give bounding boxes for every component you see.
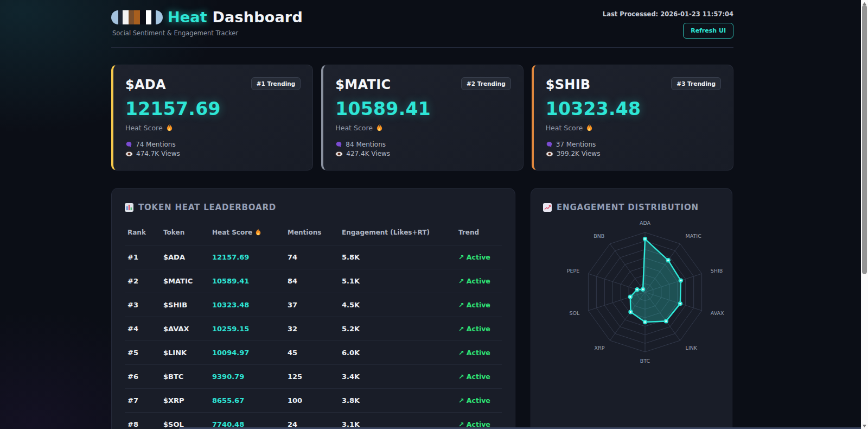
cell-token: $LINK xyxy=(163,349,212,357)
cell-trend: ↗ Active xyxy=(458,253,502,261)
heat-score-value: 10589.41 xyxy=(335,98,510,119)
cell-rank: #1 xyxy=(127,253,163,261)
heat-score-label: Heat Score xyxy=(125,124,163,132)
heat-score-label: Heat Score xyxy=(546,124,583,132)
page-content: Heat Dashboard Social Sentiment & Engage… xyxy=(111,0,733,429)
trending-cards: $ADA #1 Trending 12157.69 Heat Score 74 … xyxy=(111,65,733,171)
header: Heat Dashboard Social Sentiment & Engage… xyxy=(111,9,733,39)
cell-mentions: 100 xyxy=(288,396,342,405)
cell-rank: #3 xyxy=(127,301,163,309)
cell-token: $AVAX xyxy=(163,325,212,333)
vertical-scrollbar[interactable] xyxy=(861,0,868,429)
cell-mentions: 32 xyxy=(288,325,342,333)
header-right: Last Processed: 2026-01-23 11:57:04 Refr… xyxy=(603,9,733,39)
speech-bubble-icon xyxy=(125,141,132,148)
table-row: #4 $AVAX 10259.15 32 5.2K ↗ Active xyxy=(125,317,502,340)
trending-card-shib: $SHIB #3 Trending 10323.48 Heat Score 37… xyxy=(532,65,733,171)
cell-rank: #2 xyxy=(127,277,163,285)
table-row: #5 $LINK 10094.97 45 6.0K ↗ Active xyxy=(125,340,502,364)
views-stat: 427.4K Views xyxy=(346,149,390,159)
mentions-stat: 74 Mentions xyxy=(136,140,176,149)
cell-engagement: 5.1K xyxy=(342,277,458,285)
leaderboard-rows: #1 $ADA 12157.69 74 5.8K ↗ Active #2 $MA… xyxy=(125,245,502,429)
last-processed-timestamp: Last Processed: 2026-01-23 11:57:04 xyxy=(603,10,733,18)
leaderboard-table: Rank Token Heat Score Mentions Engagemen… xyxy=(125,225,502,429)
cell-mentions: 125 xyxy=(288,373,342,381)
page-title-rest: Dashboard xyxy=(212,9,302,26)
speech-bubble-icon xyxy=(335,141,342,148)
cell-token: $XRP xyxy=(163,396,212,405)
table-row: #1 $ADA 12157.69 74 5.8K ↗ Active xyxy=(125,245,502,269)
column-token: Token xyxy=(163,229,212,236)
mentions-stat: 37 Mentions xyxy=(556,140,596,149)
cell-heat-score: 10323.48 xyxy=(212,301,288,309)
cell-trend: ↗ Active xyxy=(458,277,502,285)
column-engagement: Engagement (Likes+RT) xyxy=(342,229,458,236)
cell-rank: #7 xyxy=(127,396,163,405)
trending-rank-badge: #2 Trending xyxy=(461,77,511,90)
table-row: #2 $MATIC 10589.41 84 5.1K ↗ Active xyxy=(125,269,502,293)
table-row: #8 $SOL 7740.48 24 3.1K ↗ Active xyxy=(125,412,502,429)
token-symbol: $ADA xyxy=(125,77,166,92)
column-heat-score: Heat Score xyxy=(212,229,288,236)
radar-axis-label: LINK xyxy=(686,345,698,351)
leaderboard-panel: TOKEN HEAT LEADERBOARD Rank Token Heat S… xyxy=(111,188,515,429)
page-title-accent: Heat xyxy=(168,9,207,26)
column-mentions: Mentions xyxy=(288,229,342,236)
cell-mentions: 45 xyxy=(288,349,342,357)
scrollbar-thumb[interactable] xyxy=(862,5,867,274)
eye-icon xyxy=(546,151,553,157)
cell-mentions: 74 xyxy=(288,253,342,261)
cell-heat-score: 10094.97 xyxy=(212,349,288,357)
trending-rank-badge: #3 Trending xyxy=(671,77,721,90)
radar-data-shape xyxy=(630,239,681,322)
cell-engagement: 4.5K xyxy=(342,301,458,309)
cell-engagement: 6.0K xyxy=(342,349,458,357)
table-row: #3 $SHIB 10323.48 37 4.5K ↗ Active xyxy=(125,293,502,317)
cell-mentions: 37 xyxy=(288,301,342,309)
cell-engagement: 5.8K xyxy=(342,253,458,261)
radar-axis-label: AVAX xyxy=(711,310,724,316)
cell-rank: #5 xyxy=(127,349,163,357)
cell-heat-score: 10589.41 xyxy=(212,277,288,285)
trending-rank-badge: #1 Trending xyxy=(251,77,301,90)
page-title: Heat Dashboard xyxy=(168,9,303,26)
cell-rank: #4 xyxy=(127,325,163,333)
cell-trend: ↗ Active xyxy=(458,325,502,333)
trending-card-ada: $ADA #1 Trending 12157.69 Heat Score 74 … xyxy=(111,65,313,171)
radar-axis-label: SHIB xyxy=(711,268,723,274)
refresh-ui-button[interactable]: Refresh UI xyxy=(683,23,733,39)
page-subtitle: Social Sentiment & Engagement Tracker xyxy=(112,29,303,37)
radar-axis-label: BNB xyxy=(593,233,604,239)
scrollbar-down-arrow-icon[interactable] xyxy=(861,422,868,429)
flame-icon xyxy=(166,124,173,132)
flame-icon xyxy=(586,124,593,132)
cell-rank: #6 xyxy=(127,373,163,381)
cell-trend: ↗ Active xyxy=(458,373,502,381)
app-logo-icon xyxy=(111,10,163,24)
heat-score-label: Heat Score xyxy=(335,124,373,132)
leaderboard-title: TOKEN HEAT LEADERBOARD xyxy=(138,203,276,212)
cell-engagement: 5.2K xyxy=(342,325,458,333)
cell-token: $MATIC xyxy=(163,277,212,285)
cell-token: $SHIB xyxy=(163,301,212,309)
cell-rank: #8 xyxy=(127,420,163,428)
trending-card-matic: $MATIC #2 Trending 10589.41 Heat Score 8… xyxy=(321,65,523,171)
cell-engagement: 3.4K xyxy=(342,373,458,381)
eye-icon xyxy=(125,151,133,157)
cell-heat-score: 10259.15 xyxy=(212,325,288,333)
radar-axis-label: BTC xyxy=(640,358,650,364)
column-trend: Trend xyxy=(458,229,502,236)
flame-icon xyxy=(376,124,383,132)
header-divider xyxy=(111,47,733,48)
cell-trend: ↗ Active xyxy=(458,349,502,357)
radar-chart: ADAMATICSHIBAVAXLINKBTCXRPSOLPEPEBNB xyxy=(531,204,733,388)
heat-score-value: 12157.69 xyxy=(125,98,301,119)
main-panels: TOKEN HEAT LEADERBOARD Rank Token Heat S… xyxy=(111,188,733,429)
cell-token: $BTC xyxy=(163,373,212,381)
speech-bubble-icon xyxy=(546,141,553,148)
views-stat: 399.2K Views xyxy=(557,149,601,159)
bar-chart-icon xyxy=(125,203,133,212)
token-symbol: $SHIB xyxy=(546,77,591,92)
leaderboard-header-row: Rank Token Heat Score Mentions Engagemen… xyxy=(125,225,502,245)
